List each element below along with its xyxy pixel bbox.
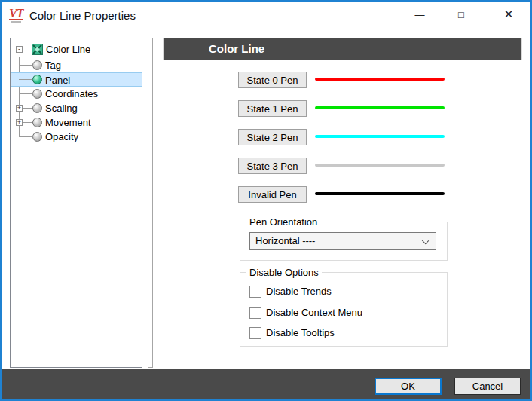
- state-1-pen-line: [315, 106, 445, 109]
- tree-node-coordinates[interactable]: Coordinates: [11, 87, 142, 101]
- title-bar: VT Color Line Properties — □ ✕: [2, 2, 530, 30]
- tree-node-panel[interactable]: Panel: [11, 72, 142, 87]
- color-line-node-icon: [32, 44, 43, 55]
- invalid-pen-button[interactable]: Invalid Pen: [238, 186, 307, 203]
- gray-sphere-icon: [32, 132, 42, 142]
- disable-options-label: Disable Options: [246, 267, 322, 278]
- pen-orientation-select[interactable]: Horizontal ----: [249, 232, 436, 250]
- disable-trends-row: Disable Trends: [249, 285, 332, 298]
- state-1-pen-button[interactable]: State 1 Pen: [238, 100, 307, 117]
- vt-logo-text: VT: [9, 8, 23, 20]
- minimize-button[interactable]: —: [401, 2, 439, 27]
- tree-node-movement[interactable]: + Movement: [11, 115, 142, 130]
- disable-tooltips-row: Disable Tooltips: [249, 326, 335, 339]
- invalid-pen-line: [315, 192, 445, 195]
- disable-options-group: Disable Options Disable Trends Disable C…: [240, 272, 448, 347]
- tree-node-label: Panel: [45, 73, 70, 87]
- minimize-icon: —: [415, 9, 425, 20]
- footer-bar: OK Cancel: [2, 369, 530, 399]
- maximize-button[interactable]: □: [442, 2, 480, 27]
- disable-trends-label: Disable Trends: [266, 286, 332, 297]
- ok-button[interactable]: OK: [375, 378, 442, 395]
- tree-connector: [19, 93, 32, 94]
- color-line-properties-dialog: VT Color Line Properties — □ ✕ - Color L…: [0, 0, 532, 401]
- tree-node-label: Scaling: [45, 101, 78, 115]
- chevron-down-icon: [422, 237, 429, 244]
- disable-tooltips-label: Disable Tooltips: [266, 327, 335, 338]
- disable-context-menu-row: Disable Context Menu: [249, 306, 362, 319]
- gray-sphere-icon: [32, 103, 42, 113]
- pen-orientation-group: Pen Orientation Horizontal ----: [240, 222, 448, 261]
- tree-node-tag[interactable]: Tag: [11, 58, 142, 72]
- vt-logo-icon: VT: [9, 7, 27, 23]
- window-title: Color Line Properties: [29, 9, 136, 22]
- disable-trends-checkbox[interactable]: [249, 286, 261, 298]
- state-0-pen-line: [315, 78, 445, 81]
- maximize-icon: □: [458, 9, 464, 20]
- tree-connector: [19, 136, 32, 137]
- expand-expander-icon[interactable]: +: [16, 105, 23, 112]
- gray-sphere-icon: [32, 89, 42, 99]
- state-3-pen-line: [315, 164, 445, 167]
- pen-orientation-label: Pen Orientation: [246, 216, 320, 228]
- gray-sphere-icon: [32, 60, 42, 70]
- state-0-pen-button[interactable]: State 0 Pen: [238, 72, 307, 88]
- properties-tree: - Color Line Tag Panel Coordinates: [10, 38, 142, 368]
- tree-panel-splitter[interactable]: [148, 38, 153, 368]
- tree-node-color-line[interactable]: - Color Line: [11, 42, 142, 57]
- cancel-button[interactable]: Cancel: [454, 378, 521, 395]
- close-icon: ✕: [504, 8, 514, 21]
- disable-context-menu-label: Disable Context Menu: [266, 307, 362, 318]
- state-3-pen-button[interactable]: State 3 Pen: [238, 158, 307, 174]
- tree-node-label: Opacity: [45, 130, 78, 144]
- panel-header: Color Line: [163, 38, 522, 60]
- close-button[interactable]: ✕: [490, 2, 527, 27]
- green-sphere-icon: [32, 75, 42, 84]
- state-2-pen-line: [315, 135, 445, 138]
- gray-sphere-icon: [32, 118, 42, 127]
- disable-context-menu-checkbox[interactable]: [249, 307, 261, 319]
- tree-node-opacity[interactable]: Opacity: [11, 130, 142, 144]
- expand-expander-icon[interactable]: +: [16, 119, 23, 126]
- tree-connector: [19, 65, 32, 66]
- tree-connector: [19, 79, 32, 80]
- tree-node-label: Movement: [45, 115, 91, 130]
- vt-logo-underline: [11, 21, 21, 23]
- collapse-expander-icon[interactable]: -: [16, 46, 23, 53]
- pen-orientation-value: Horizontal ----: [255, 235, 315, 246]
- disable-tooltips-checkbox[interactable]: [249, 327, 261, 339]
- tree-node-label: Tag: [45, 58, 61, 72]
- state-2-pen-button[interactable]: State 2 Pen: [238, 129, 307, 145]
- tree-node-scaling[interactable]: + Scaling: [11, 101, 142, 115]
- tree-node-label: Coordinates: [45, 87, 98, 101]
- tree-node-label: Color Line: [46, 42, 90, 57]
